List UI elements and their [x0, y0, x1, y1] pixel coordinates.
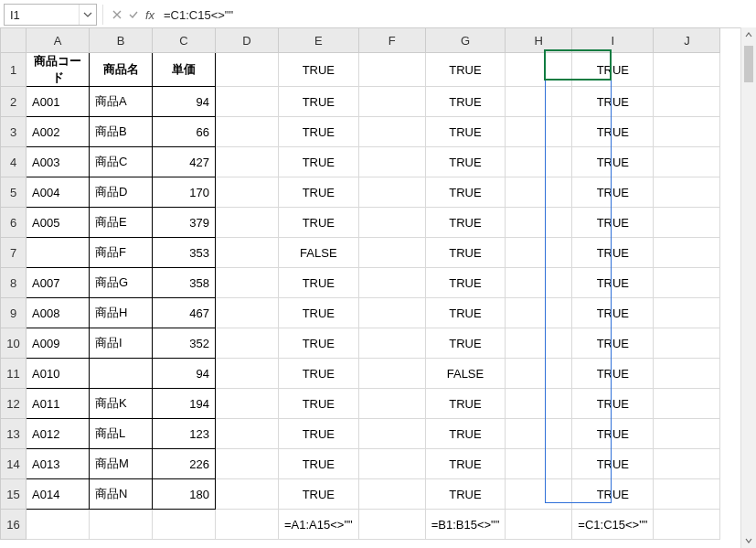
cell-G11[interactable]: FALSE	[425, 359, 506, 389]
cell-B14[interactable]: 商品M	[90, 449, 153, 479]
cell-B12[interactable]: 商品K	[90, 389, 153, 419]
col-header-E[interactable]: E	[279, 28, 359, 53]
cell-B4[interactable]: 商品C	[90, 147, 153, 177]
cell-D6[interactable]	[216, 208, 279, 238]
cell-H2[interactable]	[506, 87, 572, 117]
row-header[interactable]: 8	[1, 268, 27, 298]
row-header[interactable]: 16	[1, 510, 27, 540]
cell-E2[interactable]: TRUE	[279, 87, 359, 117]
cell-I13[interactable]: TRUE	[572, 419, 654, 449]
cell-D10[interactable]	[216, 328, 279, 359]
cell-C14[interactable]: 226	[153, 449, 216, 479]
cell-I7[interactable]: TRUE	[572, 238, 654, 268]
cell-H1[interactable]	[506, 53, 572, 87]
cell-B2[interactable]: 商品A	[90, 87, 153, 117]
cell-G13[interactable]: TRUE	[425, 419, 506, 449]
cell-A3[interactable]: A002	[27, 117, 90, 147]
row-header[interactable]: 9	[1, 298, 27, 328]
row-header[interactable]: 15	[1, 479, 27, 510]
accept-formula-button[interactable]	[125, 5, 142, 25]
col-header-G[interactable]: G	[425, 28, 506, 53]
cell-E4[interactable]: TRUE	[279, 147, 359, 177]
cell-D14[interactable]	[216, 449, 279, 479]
row-header[interactable]: 3	[1, 117, 27, 147]
cell-G12[interactable]: TRUE	[425, 389, 506, 419]
cell-H10[interactable]	[506, 328, 572, 359]
cell-B11[interactable]	[90, 359, 153, 389]
cell-C7[interactable]: 353	[153, 238, 216, 268]
cell-A2[interactable]: A001	[27, 87, 90, 117]
cell-F15[interactable]	[358, 479, 425, 510]
cell-G7[interactable]: TRUE	[425, 238, 506, 268]
cell-A10[interactable]: A009	[27, 328, 90, 359]
cell-I6[interactable]: TRUE	[572, 208, 654, 238]
cell-H7[interactable]	[506, 238, 572, 268]
cell-G5[interactable]: TRUE	[425, 177, 506, 208]
cell-G3[interactable]: TRUE	[425, 117, 506, 147]
cell-I4[interactable]: TRUE	[572, 147, 654, 177]
cell-J9[interactable]	[654, 298, 720, 328]
cell-B8[interactable]: 商品G	[90, 268, 153, 298]
cell-A14[interactable]: A013	[27, 449, 90, 479]
cell-B5[interactable]: 商品D	[90, 177, 153, 208]
cell-I9[interactable]: TRUE	[572, 298, 654, 328]
cell-B13[interactable]: 商品L	[90, 419, 153, 449]
cell-D7[interactable]	[216, 238, 279, 268]
cell-H8[interactable]	[506, 268, 572, 298]
row-header[interactable]: 4	[1, 147, 27, 177]
cell-H12[interactable]	[506, 389, 572, 419]
row-header[interactable]: 7	[1, 238, 27, 268]
cell-I1[interactable]: TRUE	[572, 53, 654, 87]
cell-A4[interactable]: A003	[27, 147, 90, 177]
cell-G15[interactable]: TRUE	[425, 479, 506, 510]
cell-D13[interactable]	[216, 419, 279, 449]
cell-E3[interactable]: TRUE	[279, 117, 359, 147]
cell-F14[interactable]	[358, 449, 425, 479]
cell-C1[interactable]: 単価	[153, 53, 216, 87]
worksheet-area[interactable]: A B C D E F G H I J 1商品コード商品名単価TRUETRUET…	[0, 27, 756, 548]
cell-B9[interactable]: 商品H	[90, 298, 153, 328]
row-header[interactable]: 1	[1, 53, 27, 87]
cell-C5[interactable]: 170	[153, 177, 216, 208]
cell-I8[interactable]: TRUE	[572, 268, 654, 298]
cell-J5[interactable]	[654, 177, 720, 208]
cell-A7[interactable]	[27, 238, 90, 268]
cell-E6[interactable]: TRUE	[279, 208, 359, 238]
cell-J7[interactable]	[654, 238, 720, 268]
cell-I11[interactable]: TRUE	[572, 359, 654, 389]
cell-C10[interactable]: 352	[153, 328, 216, 359]
insert-function-button[interactable]: fx	[142, 5, 158, 25]
row-header[interactable]: 10	[1, 328, 27, 359]
cell-E1[interactable]: TRUE	[279, 53, 359, 87]
col-header-J[interactable]: J	[654, 28, 720, 53]
cell-C4[interactable]: 427	[153, 147, 216, 177]
cell-D2[interactable]	[216, 87, 279, 117]
cell-J12[interactable]	[654, 389, 720, 419]
cell-C16[interactable]	[153, 510, 216, 540]
cell-F8[interactable]	[358, 268, 425, 298]
cell-D4[interactable]	[216, 147, 279, 177]
cell-F12[interactable]	[358, 389, 425, 419]
cell-E14[interactable]: TRUE	[279, 449, 359, 479]
formula-input[interactable]	[158, 5, 756, 25]
scrollbar-thumb[interactable]	[744, 46, 753, 82]
cell-A15[interactable]: A014	[27, 479, 90, 510]
cell-H5[interactable]	[506, 177, 572, 208]
cell-B7[interactable]: 商品F	[90, 238, 153, 268]
cell-E13[interactable]: TRUE	[279, 419, 359, 449]
cell-I10[interactable]: TRUE	[572, 328, 654, 359]
cell-C8[interactable]: 358	[153, 268, 216, 298]
cell-F7[interactable]	[358, 238, 425, 268]
scroll-up-arrow-icon[interactable]	[741, 27, 756, 42]
cell-J15[interactable]	[654, 479, 720, 510]
cell-D5[interactable]	[216, 177, 279, 208]
col-header-I[interactable]: I	[572, 28, 654, 53]
cell-D12[interactable]	[216, 389, 279, 419]
cell-J16[interactable]	[654, 510, 720, 540]
cell-G8[interactable]: TRUE	[425, 268, 506, 298]
cell-J10[interactable]	[654, 328, 720, 359]
cell-A9[interactable]: A008	[27, 298, 90, 328]
cell-H14[interactable]	[506, 449, 572, 479]
cell-E5[interactable]: TRUE	[279, 177, 359, 208]
cell-A12[interactable]: A011	[27, 389, 90, 419]
